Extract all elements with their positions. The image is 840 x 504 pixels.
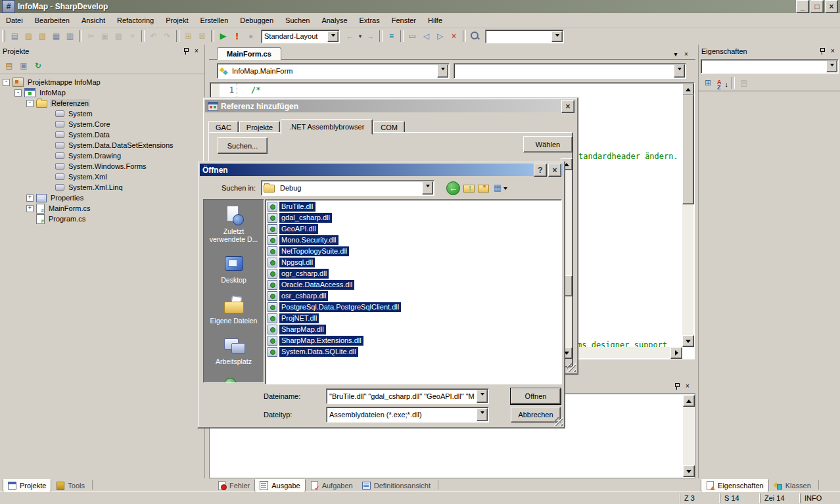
tree-item-solution[interactable]: - Projektmappe InfoMap [0, 77, 204, 87]
new-folder-icon[interactable]: * [477, 182, 492, 194]
refresh-icon[interactable]: ↻ [31, 59, 45, 72]
dock-tab[interactable]: Fehler [213, 480, 254, 492]
menu-item[interactable]: Debuggen [234, 14, 279, 27]
select-button[interactable]: Wählen [523, 136, 572, 152]
pin-button[interactable] [817, 47, 828, 56]
pin-button[interactable] [672, 382, 682, 391]
separator[interactable] [379, 30, 383, 42]
menu-item[interactable]: Datei [0, 14, 29, 27]
file-item[interactable]: System.Data.SQLite.dll [266, 346, 561, 357]
close-button[interactable]: × [825, 0, 838, 13]
file-item[interactable]: gdal_csharp.dll [266, 212, 561, 223]
file-item[interactable]: SharpMap.Extensions.dll [266, 335, 561, 346]
quick-search-combo[interactable] [485, 30, 564, 43]
text-lines-icon[interactable]: ≡ [385, 30, 398, 43]
menu-item[interactable]: Projekt [160, 14, 194, 27]
categorized-icon[interactable]: ⊞ [701, 76, 715, 89]
navigate-forward-icon[interactable]: → [363, 30, 377, 43]
dock-tab[interactable]: Ausgabe [254, 479, 305, 492]
menu-item[interactable]: Ansicht [76, 14, 111, 27]
tree-item-reference[interactable]: System.Core [0, 119, 204, 129]
file-item[interactable]: ogr_csharp.dll [266, 268, 561, 279]
browse-button[interactable]: Suchen... [218, 137, 268, 154]
collapse-toggle[interactable]: - [14, 89, 22, 97]
separator[interactable] [176, 30, 179, 42]
scroll-up-button[interactable] [682, 83, 694, 95]
separator[interactable] [400, 30, 404, 42]
run-icon[interactable]: ▶ [216, 30, 230, 43]
collapse-toggle[interactable]: - [26, 100, 34, 107]
tree-item-reference[interactable]: System.Data.DataSetExtensions [0, 140, 204, 150]
file-item[interactable]: osr_csharp.dll [266, 290, 561, 302]
copy-file-icon[interactable]: ▣ [16, 59, 31, 72]
file-item[interactable]: GeoAPI.dll [266, 223, 561, 235]
filename-combo[interactable]: "BruTile.dll" "gdal_csharp.dll" "GeoAPI.… [326, 388, 489, 404]
open-project-icon[interactable]: ▧ [35, 30, 49, 43]
stop-icon[interactable]: ! [230, 30, 244, 43]
paste-icon[interactable]: ▩ [112, 30, 126, 43]
clear-bookmarks-icon[interactable]: × [447, 30, 461, 43]
document-tab[interactable]: MainForm.cs [217, 47, 281, 60]
combo-dropdown-button[interactable] [437, 64, 448, 78]
undo-icon[interactable]: ↶ [147, 30, 160, 43]
dock-tab[interactable]: Definitionsansicht [358, 480, 435, 492]
menu-item[interactable]: Bearbeiten [29, 14, 76, 27]
tree-item-reference[interactable]: System.Xml.Linq [0, 182, 204, 193]
panel-close-button[interactable]: × [191, 47, 202, 56]
combo-dropdown-button[interactable] [477, 390, 488, 403]
look-in-combo[interactable]: Debug [261, 180, 434, 196]
dock-tab[interactable]: Eigenschaften [701, 479, 769, 492]
build-icon[interactable]: ⊞ [181, 30, 195, 43]
toolbar-grip[interactable] [2, 30, 5, 42]
separator[interactable] [463, 30, 466, 42]
rebuild-icon[interactable]: ⊠ [195, 30, 209, 43]
scroll-right-button[interactable] [670, 347, 682, 359]
resize-grip[interactable] [567, 363, 576, 372]
dock-tab[interactable]: Aufgaben [306, 480, 358, 492]
file-item[interactable]: ProjNET.dll [266, 313, 561, 324]
bookmark-prev-icon[interactable]: ◁ [419, 30, 433, 43]
open-button[interactable]: Öffnen [511, 388, 561, 404]
combo-dropdown-button[interactable] [422, 181, 433, 195]
tree-item-properties[interactable]: + Properties [0, 193, 204, 203]
scroll-down-button[interactable] [683, 465, 695, 477]
save-icon[interactable]: ▦ [49, 30, 63, 43]
combo-dropdown-button[interactable] [826, 60, 837, 72]
file-list[interactable]: BruTile.dll gdal_csharp.dll GeoAPI.dll M… [265, 199, 562, 384]
place-item[interactable]: Desktop [204, 248, 264, 289]
new-file-icon[interactable]: ▤ [8, 30, 22, 43]
dock-tab[interactable]: Klassen [769, 480, 816, 492]
combo-dropdown-button[interactable] [551, 31, 563, 42]
selection-box-icon[interactable]: ▭ [406, 30, 419, 43]
separator[interactable] [211, 30, 214, 42]
filetype-combo[interactable]: Assemblydateien (*.exe;*.dll) [326, 407, 489, 423]
editor-vertical-scrollbar[interactable] [682, 83, 693, 347]
menu-item[interactable]: Fenster [386, 14, 422, 27]
menu-item[interactable]: Refactoring [111, 14, 160, 27]
open-icon[interactable]: ▨ [22, 30, 35, 43]
menu-item[interactable]: Analyse [315, 14, 353, 27]
type-combo[interactable]: InfoMap.MainForm [217, 63, 450, 79]
alphabetical-sort-icon[interactable]: ↓ [715, 76, 730, 89]
add-reference-titlebar[interactable]: Referenz hinzufügen × [205, 100, 576, 112]
tree-item-reference[interactable]: System.Windows.Forms [0, 161, 204, 172]
minimize-button[interactable]: _ [796, 0, 809, 13]
menu-item[interactable]: Erstellen [195, 14, 235, 27]
combo-dropdown-button[interactable] [674, 64, 685, 78]
tree-item-project[interactable]: - InfoMap [0, 87, 204, 98]
place-item[interactable]: Netzwerkumgebung [204, 371, 264, 383]
menu-item[interactable]: Suchen [279, 14, 315, 27]
dialog-tab[interactable]: .NET Assemblybrowser [281, 119, 373, 135]
profiler-icon[interactable]: ● [244, 30, 258, 43]
file-item[interactable]: SharpMap.dll [266, 324, 561, 335]
tree-item-reference[interactable]: System.Data [0, 129, 204, 140]
output-vertical-scrollbar[interactable] [683, 395, 694, 477]
scroll-down-button[interactable] [682, 335, 694, 347]
tree-item-references[interactable]: - Referenzen [0, 98, 204, 108]
dropdown-icon[interactable]: ▾ [357, 30, 363, 43]
combo-dropdown-button[interactable] [477, 408, 488, 421]
back-icon[interactable]: ← [446, 181, 460, 195]
scroll-thumb[interactable] [682, 95, 694, 204]
scroll-up-button[interactable] [683, 395, 695, 407]
bookmark-next-icon[interactable]: ▷ [433, 30, 447, 43]
